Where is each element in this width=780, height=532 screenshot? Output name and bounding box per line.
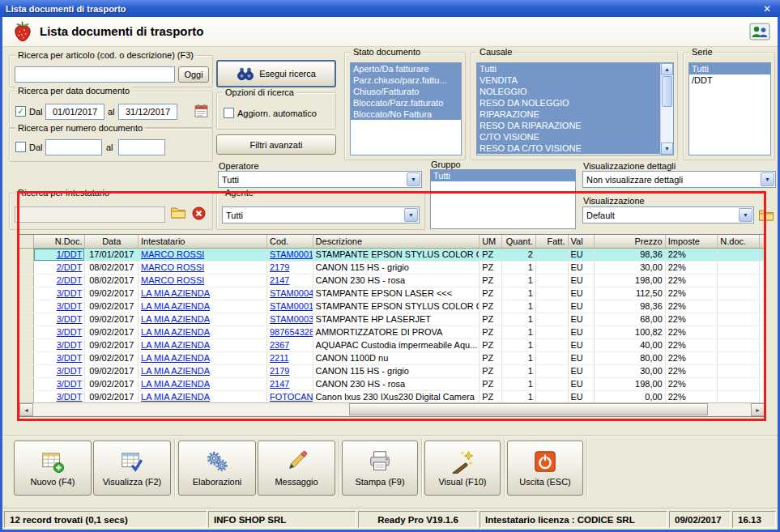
row-marker[interactable] bbox=[19, 262, 34, 274]
date-from-input[interactable] bbox=[45, 104, 104, 120]
col-data[interactable]: Data bbox=[85, 235, 139, 248]
row-marker[interactable] bbox=[19, 300, 34, 313]
table-row[interactable]: 3/DDT 09/02/2017 LA MIA AZIENDA 2179 CAN… bbox=[19, 365, 765, 378]
scrollbar-thumb[interactable] bbox=[662, 76, 672, 107]
col-descrizione[interactable]: Descrizione bbox=[313, 235, 480, 248]
row-marker[interactable] bbox=[19, 391, 34, 403]
cell-ndoc-link[interactable]: 3/DDT bbox=[34, 352, 86, 364]
cell-cod-link[interactable]: STAM0001 bbox=[267, 249, 313, 261]
article-search-input[interactable] bbox=[15, 66, 175, 83]
cell-cod-link[interactable]: STAM0003 bbox=[267, 313, 313, 326]
cell-ndoc-link[interactable]: 3/DDT bbox=[34, 365, 86, 377]
chevron-down-icon[interactable]: ▼ bbox=[739, 208, 752, 222]
cell-intestatario-link[interactable]: LA MIA AZIENDA bbox=[139, 378, 267, 390]
number-from-input[interactable] bbox=[45, 139, 102, 155]
cell-cod-link[interactable]: 9876543281 bbox=[267, 326, 313, 338]
list-item[interactable]: Chiuso/Fatturato bbox=[351, 86, 461, 97]
visualizza-button[interactable]: Visualizza (F2) bbox=[93, 440, 171, 496]
cell-cod-link[interactable]: FOTOCAN01 bbox=[267, 391, 313, 403]
list-item[interactable]: /DDT bbox=[689, 74, 770, 86]
close-icon[interactable]: ✕ bbox=[760, 3, 774, 15]
table-row[interactable]: 3/DDT 09/02/2017 LA MIA AZIENDA STAM0003… bbox=[19, 313, 765, 326]
cell-ndoc-link[interactable]: 1/DDT bbox=[34, 249, 86, 261]
list-item[interactable]: RESO DA C/TO VISIONE bbox=[477, 143, 660, 154]
oggi-button[interactable]: Oggi bbox=[178, 66, 209, 83]
scroll-right-icon[interactable]: ► bbox=[751, 403, 765, 416]
elaborazioni-button[interactable]: Elaborazioni bbox=[178, 440, 256, 496]
cell-ndoc-link[interactable]: 3/DDT bbox=[34, 287, 86, 300]
row-marker[interactable] bbox=[19, 365, 34, 377]
cell-cod-link[interactable]: STAM0004 bbox=[267, 287, 313, 300]
visual-button[interactable]: Visual (F10) bbox=[424, 440, 501, 496]
cell-intestatario-link[interactable]: LA MIA AZIENDA bbox=[139, 339, 267, 351]
cell-intestatario-link[interactable]: MARCO ROSSI bbox=[139, 249, 267, 261]
serie-listbox[interactable]: Tutti/DDT bbox=[688, 62, 771, 155]
cell-ndoc-link[interactable]: 2/DDT bbox=[34, 275, 86, 287]
filtri-avanzati-button[interactable]: Filtri avanzati bbox=[216, 134, 336, 155]
esegui-ricerca-button[interactable]: Esegui ricerca bbox=[216, 60, 336, 87]
cell-intestatario-link[interactable]: MARCO ROSSI bbox=[139, 262, 267, 274]
list-item[interactable]: Parz.chiuso/parz.fattu... bbox=[351, 74, 461, 86]
scroll-down-icon[interactable]: ▼ bbox=[661, 143, 673, 155]
cell-ndoc-link[interactable]: 3/DDT bbox=[34, 339, 86, 351]
col-um[interactable]: UM bbox=[480, 235, 502, 248]
col-cod[interactable]: Cod. bbox=[267, 235, 313, 248]
chevron-down-icon[interactable]: ▼ bbox=[407, 172, 420, 186]
row-marker[interactable] bbox=[19, 326, 34, 338]
intestatario-search-input[interactable] bbox=[15, 206, 165, 223]
cell-ndoc-link[interactable]: 3/DDT bbox=[34, 391, 86, 403]
customers-icon[interactable] bbox=[749, 22, 770, 43]
cell-intestatario-link[interactable]: MARCO ROSSI bbox=[139, 275, 267, 287]
table-row[interactable]: 1/DDT 17/01/2017 MARCO ROSSI STAM0001 ST… bbox=[19, 249, 765, 262]
visualizzazione-select[interactable]: Default ▼ bbox=[582, 206, 754, 223]
row-marker[interactable] bbox=[19, 249, 34, 261]
date-to-input[interactable] bbox=[118, 104, 177, 120]
cell-cod-link[interactable]: 2211 bbox=[267, 352, 313, 364]
cell-intestatario-link[interactable]: LA MIA AZIENDA bbox=[139, 352, 267, 364]
table-row[interactable]: 3/DDT 09/02/2017 LA MIA AZIENDA 2211 CAN… bbox=[19, 352, 765, 365]
cell-ndoc-link[interactable]: 2/DDT bbox=[34, 262, 86, 274]
col-intestatario[interactable]: Intestatario bbox=[139, 235, 267, 248]
cell-cod-link[interactable]: STAM0001 bbox=[267, 300, 313, 313]
cell-ndoc-link[interactable]: 3/DDT bbox=[34, 326, 86, 338]
list-item[interactable]: Tutti bbox=[431, 170, 575, 181]
uscita-button[interactable]: Uscita (ESC) bbox=[507, 440, 583, 496]
col-ndoc[interactable]: N.Doc. bbox=[34, 235, 86, 248]
row-marker[interactable] bbox=[19, 378, 34, 390]
list-item[interactable]: Tutti bbox=[477, 63, 660, 74]
table-row[interactable]: 3/DDT 09/02/2017 LA MIA AZIENDA 2367 AQU… bbox=[19, 339, 765, 352]
stato-documento-listbox[interactable]: Aperto/Da fatturareParz.chiuso/parz.fatt… bbox=[350, 62, 462, 155]
row-marker[interactable] bbox=[19, 275, 34, 287]
table-row[interactable]: 2/DDT 08/02/2017 MARCO ROSSI 2179 CANON … bbox=[19, 262, 765, 275]
date-dal-checkbox[interactable]: ✓ bbox=[15, 106, 26, 117]
table-row[interactable]: 3/DDT 09/02/2017 LA MIA AZIENDA 2147 CAN… bbox=[19, 378, 765, 391]
col-imposte[interactable]: Imposte bbox=[666, 235, 718, 248]
cell-ndoc-link[interactable]: 3/DDT bbox=[34, 313, 86, 326]
causale-scrollbar[interactable]: ▲ ▼ bbox=[660, 63, 673, 155]
agente-select[interactable]: Tutti ▼ bbox=[222, 206, 420, 223]
list-item[interactable]: VENDITA bbox=[477, 74, 660, 86]
table-row[interactable]: 3/DDT 09/02/2017 LA MIA AZIENDA STAM0001… bbox=[19, 300, 765, 313]
cell-cod-link[interactable]: 2147 bbox=[267, 275, 313, 287]
list-item[interactable]: NOLEGGIO bbox=[477, 86, 660, 97]
cell-intestatario-link[interactable]: LA MIA AZIENDA bbox=[139, 287, 267, 300]
row-marker[interactable] bbox=[19, 339, 34, 351]
table-hscrollbar[interactable]: ◄ ► bbox=[19, 402, 765, 416]
list-item[interactable]: RIPARAZIONE bbox=[477, 109, 660, 120]
chevron-down-icon[interactable]: ▼ bbox=[404, 208, 418, 222]
hscroll-track[interactable] bbox=[33, 403, 751, 416]
col-val[interactable]: Val bbox=[569, 235, 595, 248]
cell-intestatario-link[interactable]: LA MIA AZIENDA bbox=[139, 326, 267, 338]
list-item[interactable]: C/TO VISIONE bbox=[477, 131, 660, 143]
cell-intestatario-link[interactable]: LA MIA AZIENDA bbox=[139, 365, 267, 377]
list-item[interactable]: RESO DA NOLEGGIO bbox=[477, 97, 660, 109]
causale-listbox[interactable]: ▲ ▼ TuttiVENDITANOLEGGIORESO DA NOLEGGIO… bbox=[476, 62, 674, 155]
row-marker[interactable] bbox=[19, 352, 34, 364]
cell-ndoc-link[interactable]: 3/DDT bbox=[34, 300, 86, 313]
scroll-up-icon[interactable]: ▲ bbox=[661, 63, 673, 75]
cell-cod-link[interactable]: 2179 bbox=[267, 365, 313, 377]
col-prezzo[interactable]: Prezzo bbox=[595, 235, 665, 248]
visualizzazione-dettagli-select[interactable]: Non visualizzare dettagli ▼ bbox=[582, 171, 776, 188]
chevron-down-icon[interactable]: ▼ bbox=[761, 172, 774, 186]
table-row[interactable]: 2/DDT 08/02/2017 MARCO ROSSI 2147 CANON … bbox=[19, 275, 765, 287]
